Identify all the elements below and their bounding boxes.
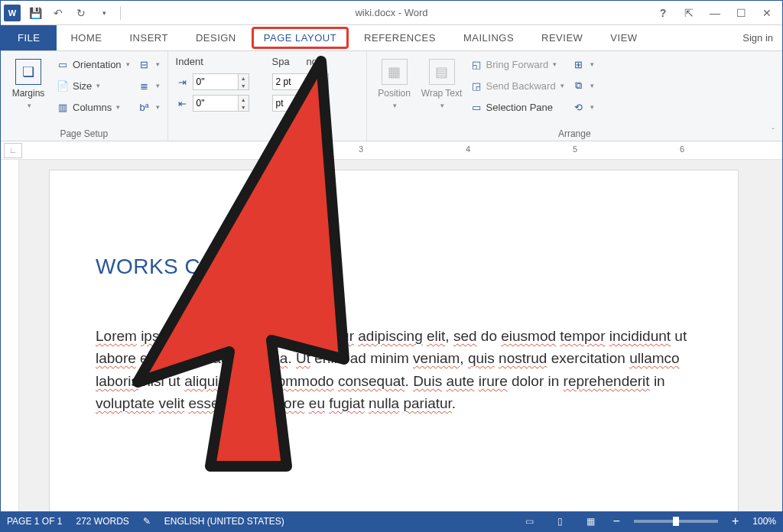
selection-pane-button[interactable]: ▭Selection Pane	[468, 97, 566, 117]
indent-right-icon: ⇤	[176, 96, 190, 110]
separator	[120, 6, 121, 20]
vertical-ruler[interactable]	[1, 160, 19, 511]
rotate-icon: ⟲	[572, 100, 586, 114]
bring-forward-icon: ◱	[469, 57, 483, 71]
collapse-ribbon-icon[interactable]: ˇ	[772, 127, 775, 136]
spacing-before-input[interactable]	[272, 73, 318, 90]
spin-up-icon[interactable]: ▲	[318, 96, 328, 103]
ruler-ticks: 3 4 5 6	[53, 141, 782, 159]
columns-icon: ▥	[56, 100, 70, 114]
title-bar: W 💾 ↶ ↻ ▾ wiki.docx - Word ? ⇱ — ☐ ✕	[1, 1, 782, 25]
document-heading[interactable]: WORKS CITED	[96, 255, 692, 279]
zoom-level[interactable]: 100%	[752, 516, 776, 527]
spacing-before-control[interactable]: ▲▼	[271, 72, 330, 92]
chevron-down-icon: ▾	[393, 102, 397, 109]
tab-page-layout[interactable]: PAGE LAYOUT	[250, 25, 350, 50]
size-button[interactable]: 📄Size▾	[54, 76, 132, 96]
indent-header: Indent	[174, 54, 251, 70]
sign-in-link[interactable]: Sign in	[733, 25, 782, 50]
zoom-out-button[interactable]: −	[613, 514, 620, 528]
indent-right-input[interactable]	[193, 95, 239, 112]
tab-file[interactable]: FILE	[1, 25, 57, 50]
horizontal-ruler[interactable]: ∟ 3 4 5 6	[1, 141, 782, 160]
status-bar: PAGE 1 OF 1 272 WORDS ✎ ENGLISH (UNITED …	[1, 511, 782, 531]
chevron-down-icon: ▾	[440, 102, 444, 109]
tab-references[interactable]: REFERENCES	[350, 25, 450, 50]
rotate-button[interactable]: ⟲▾	[570, 97, 596, 117]
margins-button[interactable]: ❏ Margins ▾	[7, 54, 50, 114]
tab-design[interactable]: DESIGN	[182, 25, 250, 50]
group-objects-button[interactable]: ⧉▾	[570, 76, 596, 96]
read-mode-icon[interactable]: ▭	[521, 514, 538, 528]
indent-right-control[interactable]: ⇤ ▲▼	[174, 93, 251, 113]
spin-up-icon[interactable]: ▲	[239, 74, 249, 82]
spellcheck-status[interactable]: ✎	[143, 516, 151, 527]
line-numbers-icon: ≣	[138, 79, 151, 92]
minimize-icon[interactable]: —	[704, 5, 726, 21]
spin-down-icon[interactable]: ▼	[318, 103, 328, 111]
indent-left-spinner[interactable]: ▲▼	[193, 72, 249, 92]
ruler-number: 6	[680, 144, 684, 154]
tab-label: PAGE LAYOUT	[264, 32, 336, 44]
window-controls: ? ⇱ — ☐ ✕	[652, 5, 782, 21]
chevron-down-icon: ▾	[28, 102, 31, 109]
spacing-after-input[interactable]	[272, 95, 318, 112]
bring-forward-button[interactable]: ◱Bring Forward▾	[468, 54, 566, 74]
redo-icon[interactable]: ↻	[73, 5, 89, 21]
align-button[interactable]: ⊞▾	[570, 54, 596, 74]
wrap-text-button[interactable]: ▤ Wrap Text ▾	[421, 54, 463, 114]
tab-mailings[interactable]: MAILINGS	[450, 25, 528, 50]
spin-up-icon[interactable]: ▲	[318, 74, 328, 82]
chevron-down-icon: ▾	[156, 60, 160, 68]
document-page[interactable]: WORKS CITED Lorem ipsum dolor sit amet, …	[50, 170, 738, 511]
group-label: Arrange	[373, 127, 776, 139]
chevron-down-icon: ▾	[590, 60, 594, 68]
line-numbers-button[interactable]: ≣▾	[136, 76, 161, 96]
zoom-thumb[interactable]	[673, 517, 679, 526]
word-app-icon[interactable]: W	[4, 5, 21, 21]
tab-review[interactable]: REVIEW	[528, 25, 596, 50]
help-icon[interactable]: ?	[652, 5, 674, 21]
group-icon: ⧉	[572, 79, 586, 92]
ribbon-display-options-icon[interactable]: ⇱	[678, 5, 700, 21]
indent-right-spinner[interactable]: ▲▼	[193, 93, 249, 113]
tab-home[interactable]: HOME	[57, 25, 115, 50]
group-arrange: ▦ Position ▾ ▤ Wrap Text ▾ ◱Bring Forwar…	[367, 51, 782, 141]
wrap-text-icon: ▤	[429, 59, 455, 85]
spacing-before-spinner[interactable]: ▲▼	[272, 72, 329, 92]
orientation-button[interactable]: ▭Orientation▾	[54, 54, 132, 74]
indent-left-input[interactable]	[193, 73, 239, 90]
chevron-down-icon: ▾	[560, 82, 564, 89]
tab-view[interactable]: VIEW	[596, 25, 651, 50]
spin-down-icon[interactable]: ▼	[239, 103, 249, 111]
spin-up-icon[interactable]: ▲	[239, 96, 249, 103]
zoom-in-button[interactable]: +	[732, 514, 739, 528]
orientation-icon: ▭	[56, 57, 70, 71]
undo-icon[interactable]: ↶	[50, 5, 67, 21]
document-body[interactable]: Lorem ipsum dolor sit amet, consectetur …	[96, 325, 692, 415]
word-count[interactable]: 272 WORDS	[76, 516, 128, 527]
tab-selector[interactable]: ∟	[4, 143, 22, 158]
position-button[interactable]: ▦ Position ▾	[373, 54, 416, 114]
zoom-slider[interactable]	[634, 520, 718, 523]
save-icon[interactable]: 💾	[27, 5, 44, 21]
hyphenation-button[interactable]: bª▾	[136, 97, 161, 117]
indent-left-control[interactable]: ⇥ ▲▼	[174, 72, 251, 92]
qat-customize-icon[interactable]: ▾	[96, 5, 112, 21]
quick-access-toolbar: W 💾 ↶ ↻ ▾	[1, 5, 122, 21]
send-backward-button[interactable]: ◲Send Backward▾	[468, 76, 566, 96]
chevron-down-icon: ▾	[590, 103, 594, 111]
tab-insert[interactable]: INSERT	[115, 25, 181, 50]
spin-down-icon[interactable]: ▼	[239, 82, 249, 89]
page-indicator[interactable]: PAGE 1 OF 1	[7, 516, 62, 527]
print-layout-icon[interactable]: ▯	[552, 514, 569, 528]
web-layout-icon[interactable]: ▦	[583, 514, 599, 528]
close-icon[interactable]: ✕	[756, 5, 778, 21]
spin-down-icon[interactable]: ▼	[318, 82, 328, 89]
spacing-after-spinner[interactable]: ▲▼	[272, 93, 329, 113]
spacing-after-control[interactable]: ▲▼	[271, 93, 330, 113]
breaks-button[interactable]: ⊟▾	[136, 54, 161, 74]
columns-button[interactable]: ▥Columns▾	[54, 97, 132, 117]
language-indicator[interactable]: ENGLISH (UNITED STATES)	[164, 516, 284, 527]
maximize-icon[interactable]: ☐	[730, 5, 752, 21]
